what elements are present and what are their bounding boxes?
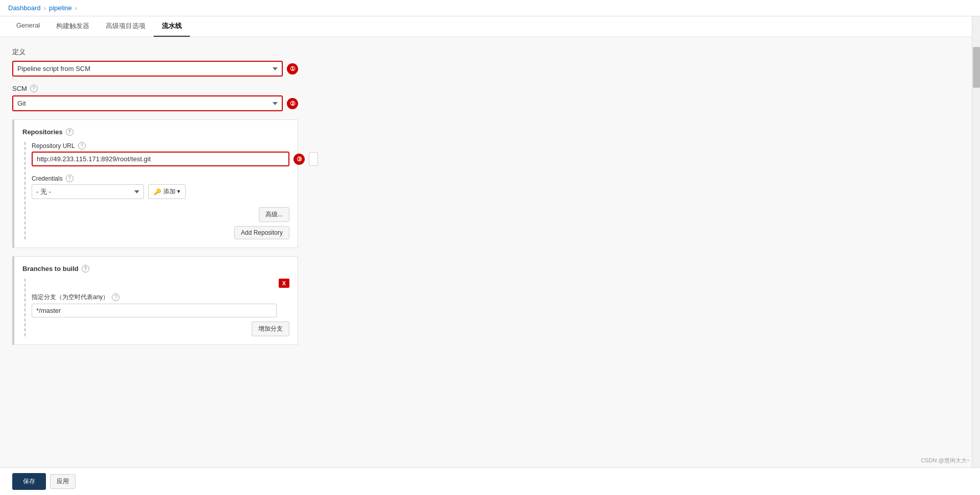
scrollbar[interactable] bbox=[972, 16, 980, 493]
branches-help-icon[interactable]: ? bbox=[82, 265, 89, 273]
credentials-label-row: Credentials ? bbox=[32, 175, 289, 182]
remove-branch-button[interactable]: X bbox=[279, 279, 289, 288]
breadcrumb-bar: Dashboard › pipeline › bbox=[0, 0, 980, 16]
add-repo-btn-row: Add Repository bbox=[32, 226, 289, 239]
repositories-section: Repositories ? Repository URL ? ③ bbox=[12, 119, 298, 248]
badge-2: ② bbox=[287, 98, 298, 109]
branch-dashed-section: X 指定分支（为空时代表any） ? 增加分支 bbox=[24, 279, 289, 336]
scm-label-text: SCM bbox=[12, 85, 27, 92]
branches-title: Branches to build ? bbox=[22, 265, 289, 273]
credentials-label-text: Credentials bbox=[32, 175, 63, 182]
definition-label: 定义 bbox=[12, 47, 396, 57]
repositories-title: Repositories ? bbox=[22, 128, 289, 136]
tab-pipeline[interactable]: 流水线 bbox=[154, 16, 190, 37]
definition-select[interactable]: Pipeline script from SCM Pipeline script bbox=[12, 61, 283, 77]
advanced-button[interactable]: 高级... bbox=[259, 207, 289, 222]
breadcrumb-sep1: › bbox=[44, 4, 46, 12]
repo-dashed-section: Repository URL ? ③ Credentials bbox=[24, 142, 289, 239]
breadcrumb-pipeline[interactable]: pipeline bbox=[49, 4, 72, 12]
tab-general[interactable]: General bbox=[8, 16, 48, 37]
branches-section: Branches to build ? X 指定分支（为空时代表any） ? bbox=[12, 256, 298, 345]
key-icon: 🔑 bbox=[154, 188, 161, 195]
credentials-group: Credentials ? - 无 - 🔑 添加 ▾ bbox=[32, 175, 289, 199]
scm-select[interactable]: Git None bbox=[12, 95, 283, 111]
scm-row: Git None ② bbox=[12, 95, 298, 111]
add-branch-button[interactable]: 增加分支 bbox=[252, 321, 289, 336]
scm-label-row: SCM ? bbox=[12, 85, 396, 92]
add-repository-button[interactable]: Add Repository bbox=[234, 226, 289, 239]
add-branch-btn-row: 增加分支 bbox=[32, 321, 289, 336]
credentials-help-icon[interactable]: ? bbox=[66, 175, 74, 182]
tabs-bar: General 构建触发器 高级项目选项 流水线 bbox=[0, 16, 972, 37]
advanced-btn-row: 高级... bbox=[32, 207, 289, 222]
repositories-help-icon[interactable]: ? bbox=[66, 128, 74, 136]
save-button[interactable]: 保存 bbox=[12, 473, 46, 490]
branch-value-input[interactable] bbox=[32, 304, 277, 317]
add-credentials-button[interactable]: 🔑 添加 ▾ bbox=[148, 184, 186, 199]
badge-3: ③ bbox=[293, 154, 305, 165]
breadcrumb-dashboard[interactable]: Dashboard bbox=[8, 4, 41, 12]
repo-url-group: Repository URL ? ③ bbox=[32, 142, 289, 166]
tab-advanced[interactable]: 高级项目选项 bbox=[97, 16, 154, 37]
apply-button[interactable]: 应用 bbox=[50, 474, 76, 489]
scm-help-icon[interactable]: ? bbox=[30, 85, 38, 92]
branch-specify-label-text: 指定分支（为空时代表any） bbox=[32, 293, 109, 302]
badge-1: ① bbox=[287, 63, 298, 75]
watermark: CSDN @慧闲大大~ bbox=[921, 457, 970, 464]
save-bar: 保存 应用 bbox=[0, 467, 980, 495]
repo-url-input[interactable] bbox=[32, 152, 289, 166]
repo-url-label-row: Repository URL ? bbox=[32, 142, 289, 150]
tab-triggers[interactable]: 构建触发器 bbox=[48, 16, 97, 37]
credentials-select[interactable]: - 无 - bbox=[32, 184, 144, 199]
breadcrumb-sep2: › bbox=[75, 4, 77, 12]
scrollbar-thumb bbox=[973, 47, 980, 88]
add-credentials-label: 添加 ▾ bbox=[163, 187, 180, 196]
repo-url-extra-input[interactable] bbox=[309, 152, 318, 166]
repo-url-label-text: Repository URL bbox=[32, 142, 75, 150]
repo-url-row: ③ bbox=[32, 152, 289, 166]
branches-label-text: Branches to build bbox=[22, 265, 79, 273]
branch-specify-help-icon[interactable]: ? bbox=[112, 293, 119, 301]
repo-url-help-icon[interactable]: ? bbox=[78, 142, 86, 150]
branch-specify-label-row: 指定分支（为空时代表any） ? bbox=[32, 293, 289, 302]
definition-row: Pipeline script from SCM Pipeline script… bbox=[12, 61, 298, 77]
credentials-row: - 无 - 🔑 添加 ▾ bbox=[32, 184, 289, 199]
